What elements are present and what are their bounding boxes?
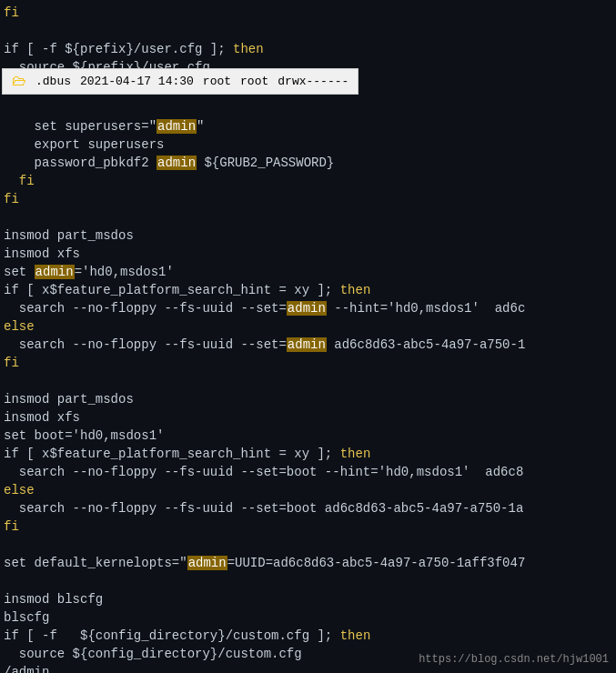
line-set-boot: set boot='hd0,msdos1' <box>0 427 616 445</box>
line-fi-indent: fi <box>0 172 616 190</box>
line-insmod-part-msdos-2: insmod part_msdos <box>0 390 616 408</box>
line-blscfg: blscfg <box>0 608 616 627</box>
line-if-feature-1: if [ x$feature_platform_search_hint = xy… <box>0 281 616 299</box>
line-if-feature-2: if [ x$feature_platform_search_hint = xy… <box>0 445 616 463</box>
line-set-admin: set admin='hd0,msdos1' <box>0 263 616 281</box>
tooltip-date: 2021-04-17 14:30 <box>80 75 194 88</box>
tooltip-group: root <box>240 75 268 88</box>
folder-icon: 🗁 <box>12 73 26 90</box>
line-else-1: else <box>0 317 616 336</box>
line-blank-5 <box>0 572 616 590</box>
line-search-admin-2: search --no-floppy --fs-uuid --set=admin… <box>0 336 616 354</box>
line-fi-2: fi <box>0 190 616 208</box>
line-fi-1: fi <box>0 4 616 22</box>
line-search-boot-1: search --no-floppy --fs-uuid --set=boot … <box>0 463 616 481</box>
line-password: password_pbkdf2 admin ${GRUB2_PASSWORD} <box>0 154 616 172</box>
line-else-2: else <box>0 481 616 499</box>
tooltip-perms: drwx------ <box>278 75 348 88</box>
line-blank-4 <box>0 536 616 554</box>
tooltip-owner: root <box>203 75 231 88</box>
line-insmod-blscfg: insmod blscfg <box>0 590 616 608</box>
line-export-superusers: export superusers <box>0 136 616 154</box>
line-insmod-xfs-2: insmod xfs <box>0 408 616 427</box>
line-blank-1 <box>0 22 616 40</box>
tooltip-name: .dbus <box>35 75 71 88</box>
file-tooltip: 🗁 .dbus 2021-04-17 14:30 root root drwx-… <box>2 68 358 95</box>
terminal: fi if [ -f ${prefix}/user.cfg ]; then so… <box>0 0 616 673</box>
line-insmod-part-msdos-1: insmod part_msdos <box>0 226 616 245</box>
line-fi-4: fi <box>0 517 616 536</box>
line-fi-3: fi <box>0 354 616 372</box>
line-if-custom: if [ -f ${config_directory}/custom.cfg ]… <box>0 627 616 645</box>
line-search-boot-2: search --no-floppy --fs-uuid --set=boot … <box>0 499 616 517</box>
line-blank-2 <box>0 208 616 226</box>
line-blank-3 <box>0 372 616 390</box>
line-set-default-kernelopts: set default_kernelopts="admin=UUID=ad6c8… <box>0 554 616 572</box>
line-insmod-xfs-1: insmod xfs <box>0 245 616 263</box>
bottom-link: https://blog.csdn.net/hjw1001 <box>419 653 609 666</box>
line-if-prefix: if [ -f ${prefix}/user.cfg ]; then <box>0 40 616 58</box>
line-search-admin-1: search --no-floppy --fs-uuid --set=admin… <box>0 299 616 317</box>
